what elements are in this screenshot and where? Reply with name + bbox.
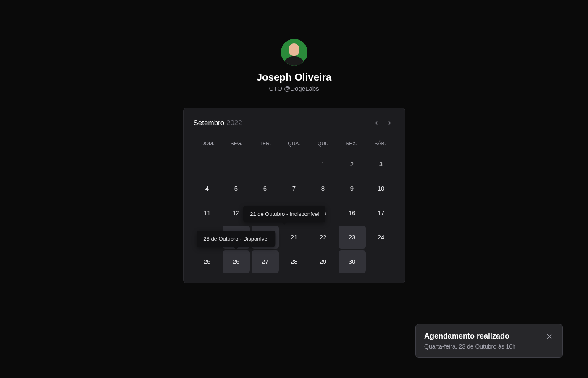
day-cell-28[interactable]: 28 — [281, 250, 308, 273]
weekdays-row: DOM. SEG. TER. QUA. QUI. SEX. SÁB. — [194, 137, 395, 150]
day-cell-3[interactable]: 3 — [368, 152, 395, 175]
weekday-label: TER. — [251, 137, 279, 150]
toast-title: Agendamento realizado — [424, 332, 516, 341]
day-cell-9[interactable]: 9 — [339, 177, 366, 200]
weekday-label: SEG. — [222, 137, 251, 150]
day-cell-11[interactable]: 11 — [194, 201, 221, 224]
weekday-label: SÁB. — [366, 137, 394, 150]
day-empty — [281, 152, 308, 175]
day-cell-2[interactable]: 2 — [339, 152, 366, 175]
day-empty — [252, 152, 279, 175]
day-empty — [223, 152, 250, 175]
calendar-header: Setembro 2022 — [194, 118, 395, 128]
calendar-card: Setembro 2022 DOM. SEG. TER. QUA. QUI. S… — [183, 108, 405, 284]
day-cell-25[interactable]: 25 — [194, 250, 221, 273]
tooltip-unavailable: 21 de Outubro - Indisponível — [243, 206, 326, 222]
user-name: Joseph Oliveira — [257, 71, 332, 83]
user-title: CTO @DogeLabs — [269, 85, 319, 92]
day-cell-4[interactable]: 4 — [194, 177, 221, 200]
next-month-button[interactable] — [385, 118, 395, 128]
day-cell-8[interactable]: 8 — [310, 177, 337, 200]
toast: Agendamento realizado Quarta-feira, 23 d… — [415, 324, 563, 358]
day-cell-26[interactable]: 2626 de Outubro - Disponível — [223, 250, 250, 273]
weekday-label: QUA. — [280, 137, 308, 150]
day-cell-10[interactable]: 10 — [368, 177, 395, 200]
prev-month-button[interactable] — [371, 118, 381, 128]
chevron-left-icon — [373, 120, 379, 126]
day-cell-24[interactable]: 24 — [368, 226, 395, 248]
weekday-label: DOM. — [194, 137, 222, 150]
day-cell-6[interactable]: 6 — [252, 177, 279, 200]
days-grid: 12345678910111213141516171819202121 de O… — [194, 152, 395, 273]
weekday-label: SEX. — [337, 137, 366, 150]
toast-content: Agendamento realizado Quarta-feira, 23 d… — [424, 332, 516, 350]
weekday-label: QUI. — [308, 137, 337, 150]
day-cell-22[interactable]: 22 — [310, 226, 337, 248]
nav-buttons — [371, 118, 395, 128]
day-cell-29[interactable]: 29 — [310, 250, 337, 273]
month-name: Setembro — [194, 119, 225, 127]
chevron-right-icon — [387, 120, 393, 126]
close-icon — [546, 333, 553, 340]
day-cell-30[interactable]: 30 — [339, 250, 366, 273]
day-cell-5[interactable]: 5 — [223, 177, 250, 200]
day-cell-17[interactable]: 17 — [368, 201, 395, 224]
day-cell-21[interactable]: 2121 de Outubro - Indisponível — [281, 226, 308, 248]
day-cell-7[interactable]: 7 — [281, 177, 308, 200]
avatar — [281, 39, 307, 66]
day-empty — [194, 152, 221, 175]
toast-close-button[interactable] — [545, 332, 554, 343]
toast-description: Quarta-feira, 23 de Outubro às 16h — [424, 343, 516, 350]
month-year: 2022 — [226, 119, 242, 127]
day-cell-16[interactable]: 16 — [339, 201, 366, 224]
day-cell-27[interactable]: 27 — [252, 250, 279, 273]
tooltip-available: 26 de Outubro - Disponível — [197, 231, 275, 247]
day-cell-1[interactable]: 1 — [310, 152, 337, 175]
day-cell-23[interactable]: 23 — [339, 226, 366, 248]
month-label: Setembro 2022 — [194, 119, 242, 127]
